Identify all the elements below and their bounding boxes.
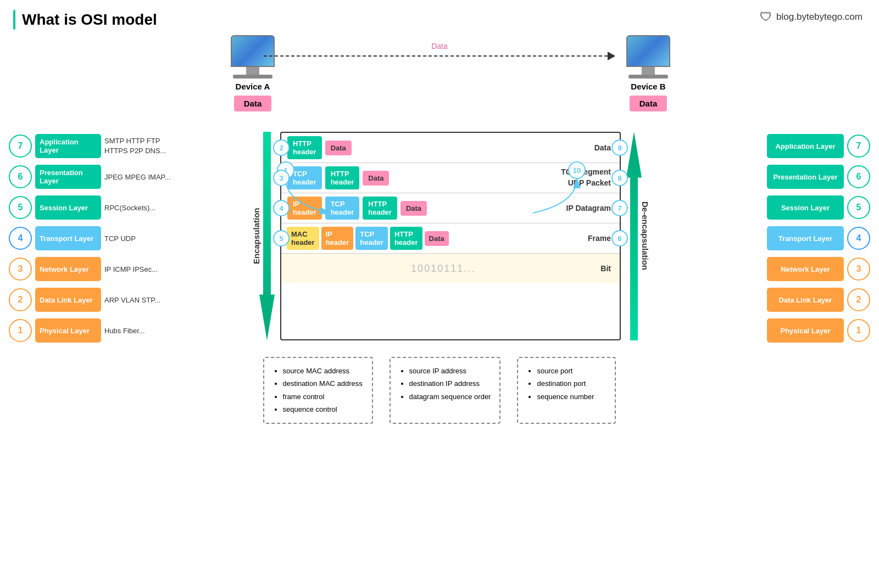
osi-item-1-right: 1 Physical Layer [720, 316, 870, 345]
main-content: 7 Application Layer SMTP HTTP FTPHTTPS P… [0, 132, 879, 345]
note-item-3-1: source port [537, 365, 606, 377]
note-box-2: source IP address destination IP address… [390, 357, 501, 424]
osi-circle-3-left: 3 [9, 257, 32, 281]
note-box-3: source port destination port sequence nu… [517, 357, 616, 424]
row-label-bit: Bit [600, 264, 615, 273]
osi-protocol-5-left: RPC(Sockets)... [104, 204, 155, 212]
row-label-2: TCP SegmentUDP Packet [561, 167, 615, 188]
osi-protocol-3-left: IP ICMP IPSec... [104, 265, 158, 273]
step-3: 3 [273, 170, 290, 186]
osi-circle-3-right: 3 [847, 257, 870, 281]
device-a-data-badge: Data [234, 96, 272, 111]
packet-row-frame: 5 MACheader IPheader TCPheader HTTPheade… [281, 223, 620, 254]
osi-circle-6-left: 6 [9, 165, 32, 188]
base-a [233, 75, 272, 79]
cell-mac-header-4: MACheader [287, 227, 319, 250]
note-item-1-1: source MAC address [283, 365, 363, 377]
osi-box-1-left: Physical Layer [35, 318, 101, 343]
cell-data-2: Data [363, 171, 389, 186]
cell-tcp-header-4: TCPheader [355, 227, 388, 250]
osi-box-7-right: Application Layer [767, 134, 844, 158]
osi-box-2-left: Data Link Layer [35, 288, 101, 312]
osi-box-2-right: Data Link Layer [767, 288, 844, 312]
packet-table: 2 HTTPheader Data Data 9 3 TCPheader HTT… [280, 132, 621, 340]
cell-ip-header-4: IPheader [321, 227, 354, 250]
osi-list-left: 7 Application Layer SMTP HTTP FTPHTTPS P… [5, 132, 181, 345]
note-item-3-3: sequence number [537, 390, 606, 403]
osi-protocol-6-left: JPEG MPEG IMAP... [104, 173, 170, 181]
osi-circle-4-right: 4 [847, 227, 870, 250]
center-diagram: Encapsulation 2 HTTPheader Data Data 9 [236, 132, 665, 340]
osi-box-3-right: Network Layer [767, 257, 844, 281]
osi-item-4-right: 4 Transport Layer [720, 224, 870, 253]
osi-item-2-right: 2 Data Link Layer [720, 285, 870, 314]
device-b-data-badge: Data [630, 96, 667, 111]
step-9: 9 [611, 139, 628, 156]
osi-circle-5-right: 5 [847, 196, 870, 219]
brand-text: blog.bytebytego.com [776, 12, 863, 23]
cell-http-header-2: HTTPheader [325, 166, 360, 189]
encapsulation-side: Encapsulation [236, 132, 276, 340]
osi-box-1-right: Physical Layer [767, 318, 844, 343]
cell-http-header-1: HTTPheader [287, 136, 322, 159]
deencapsulation-side: De-encapsulation [625, 132, 665, 340]
osi-item-3-left: 3 Network Layer IP ICMP IPSec... [9, 255, 181, 283]
note-item-2-2: destination IP address [409, 377, 491, 390]
osi-box-7-left: Application Layer [35, 134, 101, 158]
osi-circle-4-left: 4 [9, 227, 32, 250]
step-8: 8 [611, 170, 628, 186]
cell-data-1: Data [325, 141, 352, 155]
device-b-label: Device B [631, 82, 665, 91]
osi-item-5-left: 5 Session Layer RPC(Sockets)... [9, 193, 181, 222]
device-b: Device B Data [626, 35, 670, 111]
osi-protocol-1-left: Hubs Fiber... [104, 327, 145, 335]
step-5: 5 [273, 230, 290, 247]
page-title-bar: What is OSI model [0, 0, 879, 30]
osi-box-5-right: Session Layer [767, 195, 844, 220]
packet-row-bit: 10010111... Bit [281, 254, 620, 283]
osi-box-4-right: Transport Layer [767, 226, 844, 250]
brand-area: 🛡 blog.bytebytego.com [760, 10, 863, 24]
brand-icon: 🛡 [760, 10, 772, 24]
cell-tcp-header-2: TCPheader [287, 166, 322, 189]
stand-b [642, 67, 655, 75]
osi-item-6-left: 6 Presentation Layer JPEG MPEG IMAP... [9, 163, 181, 191]
step-2: 2 [273, 139, 290, 156]
osi-circle-1-right: 1 [847, 319, 870, 342]
device-a: Device A Data [231, 35, 275, 111]
device-a-label: Device A [236, 82, 270, 91]
cell-http-header-4: HTTPheader [390, 227, 422, 250]
note-box-1: source MAC address destination MAC addre… [263, 357, 373, 424]
osi-item-7-right: 7 Application Layer [720, 132, 870, 160]
cell-ip-header-3: IPheader [287, 197, 322, 220]
packet-row-ip: 4 IPheader TCPheader HTTPheader Data IP … [281, 193, 620, 223]
osi-circle-2-right: 2 [847, 288, 870, 311]
osi-item-5-right: 5 Session Layer [720, 193, 870, 222]
osi-item-7-left: 7 Application Layer SMTP HTTP FTPHTTPS P… [9, 132, 181, 160]
osi-circle-2-left: 2 [9, 288, 32, 311]
osi-box-6-left: Presentation Layer [35, 165, 101, 189]
osi-box-6-right: Presentation Layer [767, 165, 844, 189]
note-item-2-3: datagram sequence order [409, 390, 491, 403]
page-title: What is OSI model [22, 11, 157, 29]
note-item-1-3: frame control [283, 390, 363, 403]
packet-row-tcp: 3 TCPheader HTTPheader Data TCP SegmentU… [281, 163, 620, 193]
note-item-1-2: destination MAC address [283, 377, 363, 390]
title-accent-bar [13, 10, 15, 30]
monitor-b [626, 35, 670, 67]
cell-data-3: Data [400, 201, 427, 216]
osi-protocol-4-left: TCP UDP [104, 234, 136, 243]
devices-row: Device A Data Data Device B Data [0, 30, 879, 128]
osi-item-4-left: 4 Transport Layer TCP UDP [9, 224, 181, 253]
step-4: 4 [273, 200, 290, 216]
osi-circle-6-right: 6 [847, 165, 870, 188]
cell-bits: 10010111... [286, 263, 600, 275]
monitor-a [231, 35, 275, 67]
bottom-notes: source MAC address destination MAC addre… [0, 357, 879, 424]
note-item-3-2: destination port [537, 377, 606, 390]
note-list-3: source port destination port sequence nu… [527, 365, 606, 403]
stand-a [246, 67, 259, 75]
deencap-arrow [625, 132, 643, 340]
cell-data-4: Data [425, 231, 449, 246]
encap-deencap-row: Encapsulation 2 HTTPheader Data Data 9 [236, 132, 665, 340]
